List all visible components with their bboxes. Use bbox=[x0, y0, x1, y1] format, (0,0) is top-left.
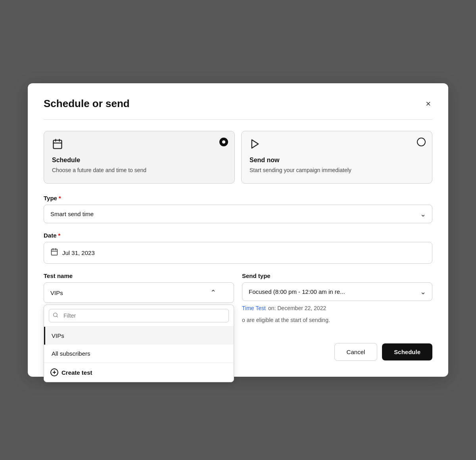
create-test-plus-icon: + bbox=[50, 368, 58, 376]
dropdown-item-all-subscribers[interactable]: All subscribers bbox=[44, 345, 234, 362]
modal-dialog: Schedule or send × Schedule Choose a fut bbox=[28, 83, 448, 377]
info-on-text: on: December 22, 2022 bbox=[268, 305, 326, 311]
send-type-label: Send type bbox=[242, 272, 432, 279]
eligible-text-value: o are eligible at the start of sending. bbox=[242, 317, 330, 323]
test-name-field-group: Test name VIPs ⌃ bbox=[44, 272, 234, 334]
type-label-text: Type bbox=[44, 195, 57, 201]
schedule-calendar-icon bbox=[52, 138, 226, 152]
dropdown-item-vips[interactable]: VIPs bbox=[44, 327, 234, 345]
schedule-card-title: Schedule bbox=[52, 157, 226, 164]
schedule-radio bbox=[219, 138, 228, 146]
date-input[interactable]: Jul 31, 2023 bbox=[44, 242, 432, 264]
date-value: Jul 31, 2023 bbox=[62, 249, 95, 256]
create-test-item[interactable]: + Create test bbox=[44, 362, 234, 382]
test-name-label-text: Test name bbox=[44, 272, 73, 279]
dropdown-filter-area bbox=[44, 305, 234, 327]
modal-header: Schedule or send × bbox=[44, 98, 432, 110]
modal-overlay: Schedule or send × Schedule Choose a fut bbox=[0, 0, 476, 460]
header-divider bbox=[44, 119, 432, 120]
filter-wrapper bbox=[49, 309, 229, 322]
test-name-dropdown-container: VIPs ⌃ bbox=[44, 282, 234, 303]
schedule-button[interactable]: Schedule bbox=[382, 343, 432, 360]
schedule-card-desc: Choose a future date and time to send bbox=[52, 166, 226, 174]
test-name-dropdown-list: VIPs All subscribers + Create test bbox=[44, 305, 234, 382]
type-field-group: Type * Smart send time Specific time ⌄ bbox=[44, 195, 432, 223]
all-subscribers-option-label: All subscribers bbox=[52, 350, 90, 357]
send-now-card-title: Send now bbox=[250, 157, 424, 164]
test-name-chevron-up-icon: ⌃ bbox=[210, 288, 216, 297]
svg-rect-0 bbox=[54, 140, 62, 149]
vips-option-label: VIPs bbox=[52, 332, 64, 339]
svg-rect-5 bbox=[52, 249, 58, 255]
date-label: Date * bbox=[44, 232, 432, 239]
type-label: Type * bbox=[44, 195, 432, 201]
date-required-star: * bbox=[58, 232, 61, 239]
test-name-label: Test name bbox=[44, 272, 234, 279]
schedule-option-card[interactable]: Schedule Choose a future date and time t… bbox=[44, 131, 235, 184]
type-select-wrapper: Smart send time Specific time ⌄ bbox=[44, 205, 432, 223]
svg-marker-4 bbox=[252, 140, 258, 148]
close-button[interactable]: × bbox=[424, 98, 432, 110]
send-now-radio bbox=[417, 138, 426, 146]
type-select[interactable]: Smart send time Specific time bbox=[44, 205, 432, 223]
send-type-select-wrapper: Focused (8:00 pm - 12:00 am in re... ⌄ bbox=[242, 282, 432, 301]
date-calendar-icon bbox=[50, 248, 58, 258]
test-name-value: VIPs bbox=[50, 289, 63, 296]
modal-title: Schedule or send bbox=[44, 98, 130, 110]
send-type-select[interactable]: Focused (8:00 pm - 12:00 am in re... bbox=[242, 282, 432, 301]
send-now-option-card[interactable]: Send now Start sending your campaign imm… bbox=[241, 131, 432, 184]
type-required-star: * bbox=[59, 195, 61, 201]
date-field-group: Date * Jul 31, 2023 bbox=[44, 232, 432, 264]
send-type-field-group: Send type Focused (8:00 pm - 12:00 am in… bbox=[242, 272, 432, 334]
date-label-text: Date bbox=[44, 232, 57, 239]
send-now-card-desc: Start sending your campaign immediately bbox=[250, 166, 424, 174]
filter-input[interactable] bbox=[49, 309, 229, 322]
send-type-label-text: Send type bbox=[242, 272, 271, 279]
eligible-text: o are eligible at the start of sending. bbox=[242, 317, 432, 323]
create-test-label: Create test bbox=[61, 369, 92, 376]
option-cards: Schedule Choose a future date and time t… bbox=[44, 131, 432, 184]
cancel-button[interactable]: Cancel bbox=[334, 343, 378, 361]
info-row: Time Test on: December 22, 2022 bbox=[242, 305, 432, 311]
time-test-link[interactable]: Time Test bbox=[242, 305, 266, 311]
send-now-icon bbox=[250, 138, 424, 152]
test-name-selected[interactable]: VIPs ⌃ bbox=[44, 282, 234, 303]
test-send-row: Test name VIPs ⌃ bbox=[44, 272, 432, 334]
